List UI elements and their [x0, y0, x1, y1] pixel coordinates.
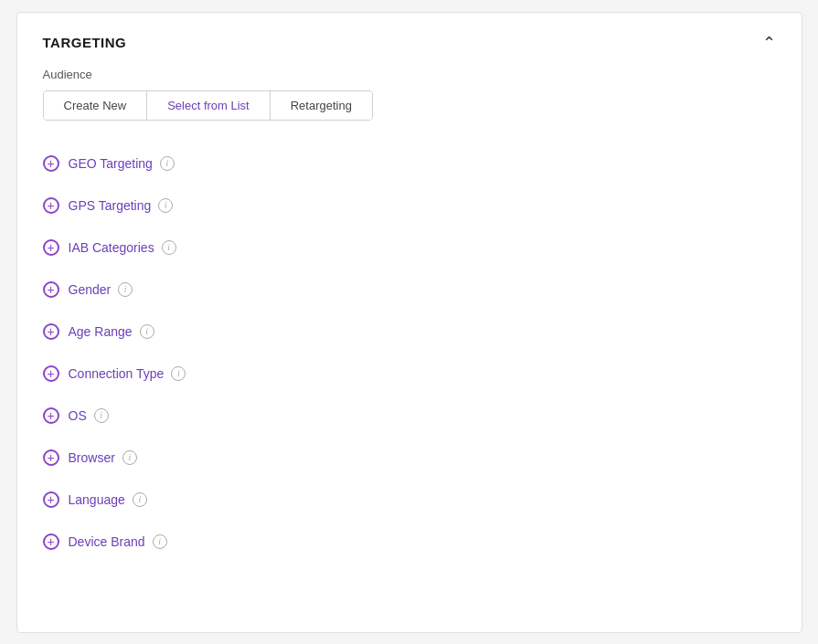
list-item: + Age Range i [43, 311, 776, 353]
gender-label: Gender [69, 282, 112, 297]
age-range-label: Age Range [69, 324, 133, 339]
list-item: + Browser i [43, 437, 776, 479]
language-info-icon[interactable]: i [133, 492, 147, 507]
connection-type-label: Connection Type [69, 366, 165, 381]
add-iab-categories-icon[interactable]: + [43, 239, 59, 256]
add-os-icon[interactable]: + [43, 407, 59, 424]
list-item: + Connection Type i [43, 353, 776, 395]
iab-categories-info-icon[interactable]: i [162, 240, 176, 255]
collapse-icon[interactable]: ⌃ [762, 35, 776, 51]
browser-info-icon[interactable]: i [122, 450, 137, 465]
add-connection-type-icon[interactable]: + [43, 365, 59, 382]
os-label: OS [69, 408, 87, 423]
list-item: + OS i [43, 395, 776, 437]
gender-info-icon[interactable]: i [118, 282, 133, 297]
geo-targeting-label: GEO Targeting [69, 156, 153, 171]
gps-targeting-label: GPS Targeting [69, 198, 152, 213]
device-brand-info-icon[interactable]: i [153, 534, 167, 549]
list-item: + IAB Categories i [43, 227, 776, 269]
list-item: + Gender i [43, 269, 776, 311]
list-item: + GEO Targeting i [43, 143, 776, 185]
add-gender-icon[interactable]: + [43, 281, 59, 298]
gps-targeting-info-icon[interactable]: i [158, 198, 173, 213]
browser-label: Browser [69, 450, 115, 465]
list-item: + Device Brand i [43, 521, 776, 563]
add-device-brand-icon[interactable]: + [43, 533, 59, 550]
tab-create-new[interactable]: Create New [44, 91, 148, 120]
audience-label: Audience [43, 68, 776, 81]
iab-categories-label: IAB Categories [69, 240, 154, 255]
add-language-icon[interactable]: + [43, 491, 59, 508]
add-browser-icon[interactable]: + [43, 449, 59, 466]
connection-type-info-icon[interactable]: i [171, 366, 186, 381]
tab-retargeting[interactable]: Retargeting [271, 91, 372, 120]
tab-select-from-list[interactable]: Select from List [147, 91, 271, 120]
panel-header: TARGETING ⌃ [43, 35, 776, 51]
list-item: + GPS Targeting i [43, 185, 776, 227]
targeting-panel: TARGETING ⌃ Audience Create New Select f… [16, 12, 802, 633]
list-item: + Language i [43, 479, 776, 521]
os-info-icon[interactable]: i [94, 408, 109, 423]
add-age-range-icon[interactable]: + [43, 323, 59, 340]
age-range-info-icon[interactable]: i [140, 324, 154, 339]
add-gps-targeting-icon[interactable]: + [43, 197, 59, 214]
tab-group: Create New Select from List Retargeting [43, 90, 373, 121]
panel-title: TARGETING [43, 35, 127, 50]
add-geo-targeting-icon[interactable]: + [43, 155, 59, 172]
device-brand-label: Device Brand [69, 534, 145, 549]
language-label: Language [69, 492, 125, 507]
targeting-list: + GEO Targeting i + GPS Targeting i + IA… [43, 143, 776, 563]
geo-targeting-info-icon[interactable]: i [160, 156, 175, 171]
